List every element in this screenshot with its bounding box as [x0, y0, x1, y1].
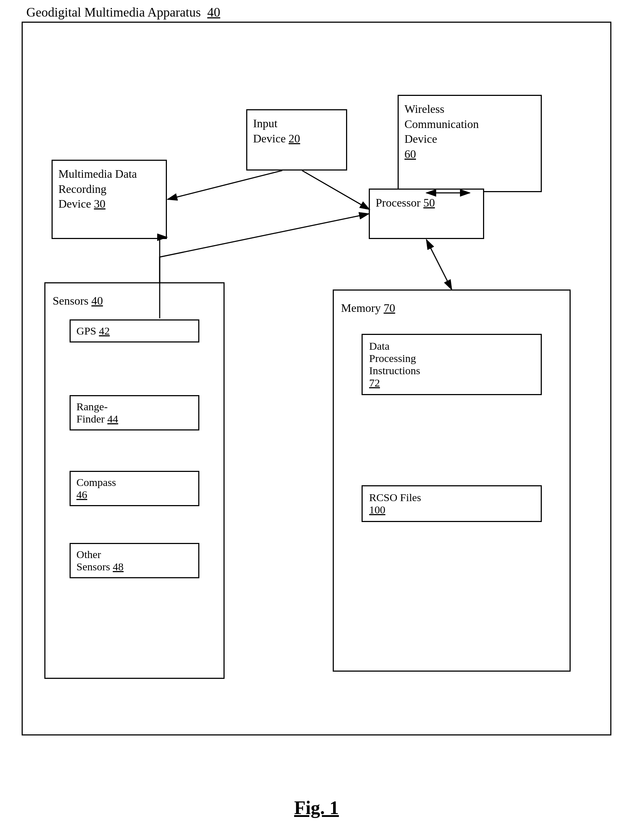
processor-num: 50 — [423, 196, 435, 209]
wireless-box: WirelessCommunicationDevice60 — [398, 95, 542, 192]
gps-num: 42 — [99, 325, 110, 337]
dpi-box: DataProcessingInstructions72 — [361, 334, 542, 395]
processor-box: Processor 50 — [369, 189, 484, 239]
input-device-box: InputDevice 20 — [246, 109, 347, 171]
compass-box: Compass46 — [69, 471, 199, 506]
rangefinder-box: Range-Finder 44 — [69, 395, 199, 431]
dpi-label: DataProcessingInstructions — [369, 340, 420, 376]
other-sensors-box: OtherSensors 48 — [69, 543, 199, 578]
gps-box: GPS 42 — [69, 319, 199, 343]
wireless-label: WirelessCommunicationDevice — [404, 103, 479, 145]
other-sensors-label: OtherSensors — [76, 548, 110, 573]
processor-label: Processor — [376, 196, 420, 209]
sensors-num: 40 — [92, 294, 103, 307]
wireless-num: 60 — [404, 147, 416, 160]
other-sensors-num: 48 — [113, 561, 124, 573]
memory-outer-box: Memory 70 DataProcessingInstructions72 R… — [333, 289, 571, 672]
multimedia-num: 30 — [94, 197, 106, 210]
page-container: Geodigital Multimedia Apparatus 40 Input… — [0, 0, 633, 840]
memory-title: Memory 70 — [341, 302, 395, 315]
input-device-num: 20 — [289, 132, 300, 145]
fig-caption: Fig. 1 — [294, 797, 339, 818]
svg-line-5 — [302, 171, 369, 210]
sensors-outer-box: Sensors 40 GPS 42 Range-Finder 44 Compas… — [44, 282, 224, 679]
main-diagram-box: Geodigital Multimedia Apparatus 40 Input… — [22, 22, 611, 736]
multimedia-box: Multimedia DataRecordingDevice 30 — [52, 160, 167, 239]
rcso-num: 100 — [369, 504, 385, 516]
main-title-num: 40 — [207, 5, 220, 19]
rcso-label: RCSO Files — [369, 491, 421, 503]
rcso-box: RCSO Files100 — [361, 485, 542, 522]
svg-line-8 — [426, 240, 451, 289]
gps-label: GPS — [76, 325, 96, 337]
fig-label: Fig. 1 — [294, 797, 339, 818]
svg-line-6 — [167, 171, 282, 199]
dpi-num: 72 — [369, 377, 380, 388]
memory-num: 70 — [384, 302, 395, 314]
sensors-title: Sensors 40 — [53, 294, 103, 308]
compass-label: Compass — [76, 476, 116, 488]
rangefinder-label: Range-Finder — [76, 401, 108, 425]
rangefinder-num: 44 — [107, 413, 118, 425]
input-device-label: InputDevice — [253, 117, 286, 145]
main-title: Geodigital Multimedia Apparatus 40 — [26, 5, 220, 20]
compass-num: 46 — [76, 488, 87, 501]
